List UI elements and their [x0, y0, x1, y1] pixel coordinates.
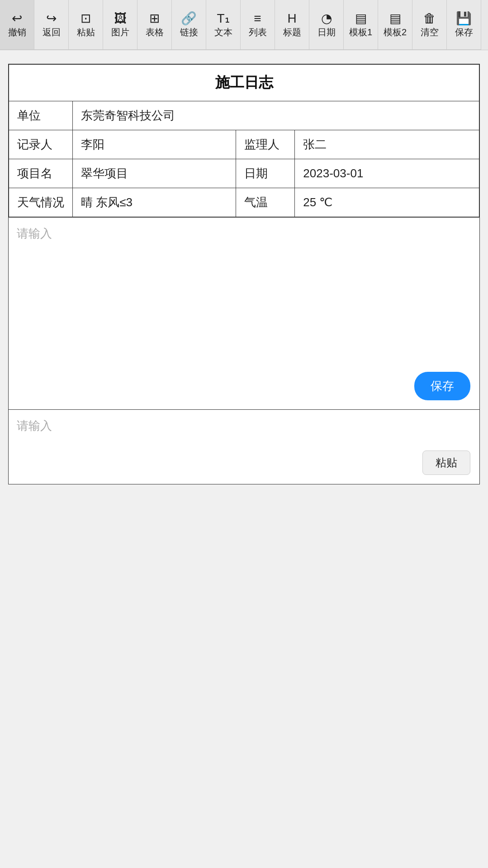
- toolbar-btn-undo[interactable]: ↩撤销: [0, 0, 34, 50]
- template1-icon: ▤: [355, 12, 367, 25]
- save-icon: 💾: [456, 12, 472, 25]
- bottom-input[interactable]: [9, 410, 479, 482]
- toolbar-btn-heading[interactable]: H标题: [275, 0, 309, 50]
- value-cell-0: 东莞奇智科技公司: [73, 101, 480, 130]
- toolbar-btn-redo[interactable]: ↪返回: [34, 0, 69, 50]
- table-icon: ⊞: [149, 12, 160, 25]
- toolbar-btn-list[interactable]: ≡列表: [241, 0, 275, 50]
- value2-cell-3: 25 ℃: [295, 188, 479, 218]
- toolbar-label-text: 文本: [214, 27, 232, 38]
- toolbar-label-link: 链接: [180, 27, 198, 38]
- toolbar-label-template2: 模板2: [384, 27, 407, 38]
- toolbar-btn-clear[interactable]: 🗑清空: [412, 0, 447, 50]
- toolbar-label-date: 日期: [317, 27, 336, 38]
- heading-icon: H: [287, 12, 296, 25]
- log-title: 施工日志: [9, 64, 479, 101]
- log-table: 施工日志单位东莞奇智科技公司记录人李阳监理人张二项目名翠华项目日期2023-03…: [8, 64, 480, 218]
- toolbar-btn-template1[interactable]: ▤模板1: [344, 0, 378, 50]
- toolbar: ↩撤销↪返回⊡粘贴🖼图片⊞表格🔗链接T₁文本≡列表H标题◔日期▤模板1▤模板2🗑…: [0, 0, 488, 50]
- save-button[interactable]: 保存: [414, 372, 470, 400]
- toolbar-btn-paste[interactable]: ⊡粘贴: [69, 0, 103, 50]
- text-input[interactable]: [9, 218, 479, 408]
- label2-cell-3: 气温: [236, 188, 295, 218]
- toolbar-label-heading: 标题: [283, 27, 301, 38]
- value-cell-3-1: 晴 东风≤3: [73, 188, 236, 218]
- paste-icon: ⊡: [81, 12, 91, 25]
- redo-icon: ↪: [46, 12, 57, 25]
- bottom-input-area: 粘贴: [8, 410, 480, 484]
- table-row: 记录人李阳监理人张二: [9, 130, 479, 159]
- text-icon: T₁: [217, 12, 229, 25]
- list-icon: ≡: [254, 12, 261, 25]
- value2-cell-2: 2023-03-01: [295, 159, 479, 188]
- image-icon: 🖼: [114, 12, 127, 25]
- table-row: 天气情况晴 东风≤3气温25 ℃: [9, 188, 479, 218]
- label-cell-2: 项目名: [9, 159, 73, 188]
- toolbar-btn-save[interactable]: 💾保存: [447, 0, 481, 50]
- label-cell-3: 天气情况: [9, 188, 73, 218]
- table-row: 单位东莞奇智科技公司: [9, 101, 479, 130]
- toolbar-label-template1: 模板1: [349, 27, 372, 38]
- undo-icon: ↩: [12, 12, 22, 25]
- text-input-area: 保存: [8, 218, 480, 410]
- toolbar-label-redo: 返回: [43, 27, 61, 38]
- table-row: 项目名翠华项目日期2023-03-01: [9, 159, 479, 188]
- toolbar-btn-table[interactable]: ⊞表格: [137, 0, 172, 50]
- label-cell-0: 单位: [9, 101, 73, 130]
- toolbar-btn-text[interactable]: T₁文本: [206, 0, 241, 50]
- clear-icon: 🗑: [423, 12, 436, 25]
- label-cell-1: 记录人: [9, 130, 73, 159]
- value2-cell-1: 张二: [295, 130, 479, 159]
- toolbar-label-paste: 粘贴: [77, 27, 95, 38]
- toolbar-btn-link[interactable]: 🔗链接: [172, 0, 206, 50]
- label2-cell-1: 监理人: [236, 130, 295, 159]
- toolbar-label-table: 表格: [146, 27, 164, 38]
- toolbar-btn-date[interactable]: ◔日期: [309, 0, 344, 50]
- toolbar-btn-template2[interactable]: ▤模板2: [378, 0, 412, 50]
- date-icon: ◔: [321, 12, 332, 25]
- toolbar-label-save: 保存: [455, 27, 473, 38]
- toolbar-label-clear: 清空: [421, 27, 439, 38]
- value-cell-2-1: 翠华项目: [73, 159, 236, 188]
- toolbar-label-image: 图片: [111, 27, 129, 38]
- label2-cell-2: 日期: [236, 159, 295, 188]
- toolbar-label-undo: 撤销: [8, 27, 26, 38]
- template2-icon: ▤: [389, 12, 401, 25]
- content-area: 施工日志单位东莞奇智科技公司记录人李阳监理人张二项目名翠华项目日期2023-03…: [8, 64, 480, 484]
- toolbar-label-list: 列表: [249, 27, 267, 38]
- toolbar-btn-image[interactable]: 🖼图片: [103, 0, 137, 50]
- value-cell-1-1: 李阳: [73, 130, 236, 159]
- paste-button[interactable]: 粘贴: [422, 451, 470, 475]
- link-icon: 🔗: [181, 12, 197, 25]
